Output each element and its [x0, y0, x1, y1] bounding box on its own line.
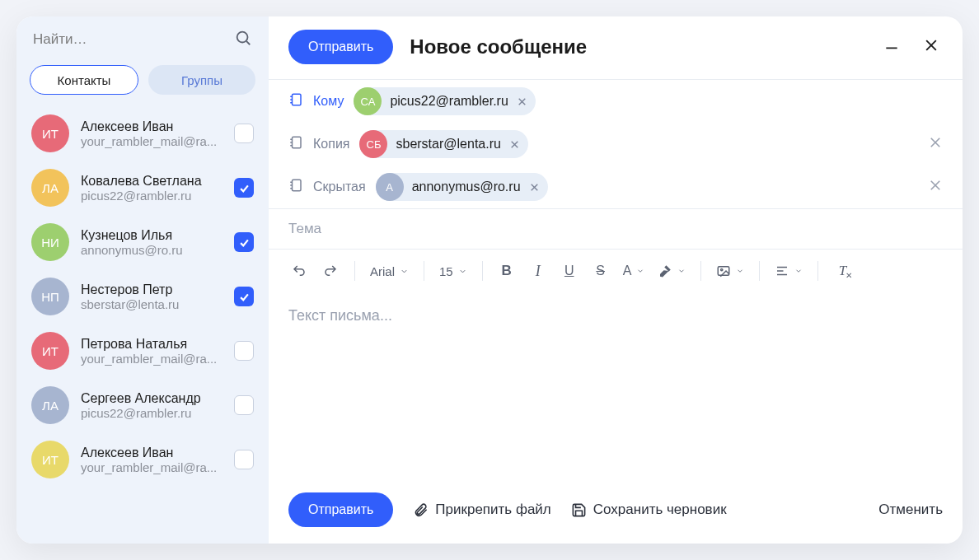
- subject-input[interactable]: [288, 221, 943, 237]
- bcc-chip[interactable]: A annonymus@ro.ru: [376, 173, 548, 201]
- contact-text: Алексеев Иванyour_rambler_mail@ra...: [81, 119, 222, 148]
- undo-button[interactable]: [285, 258, 313, 284]
- cc-chip[interactable]: СБ sberstar@lenta.ru: [359, 130, 527, 158]
- separator: [354, 261, 355, 281]
- chip-avatar: CA: [354, 87, 382, 115]
- align-button[interactable]: [770, 258, 808, 284]
- contact-row[interactable]: НПНестеров Петрsberstar@lenta.ru: [16, 269, 269, 324]
- highlight-button[interactable]: [653, 258, 691, 284]
- address-book-icon[interactable]: [288, 92, 303, 110]
- contact-list[interactable]: ИТАлексеев Иванyour_rambler_mail@ra...ЛА…: [16, 106, 269, 544]
- svg-point-28: [721, 268, 723, 270]
- chip-email: annonymus@ro.ru: [412, 180, 521, 194]
- remove-cc-icon[interactable]: [928, 135, 943, 153]
- contact-name: Петрова Наталья: [81, 337, 222, 352]
- address-book-icon[interactable]: [288, 178, 303, 196]
- chip-remove-icon[interactable]: [529, 182, 540, 193]
- search-icon[interactable]: [234, 29, 252, 50]
- search-input[interactable]: [33, 31, 226, 48]
- separator: [700, 261, 701, 281]
- send-button-bottom[interactable]: Отправить: [288, 492, 393, 527]
- contact-checkbox[interactable]: [234, 178, 254, 198]
- tab-groups[interactable]: Группы: [148, 65, 255, 95]
- bcc-label: Скрытая: [313, 180, 366, 194]
- body-input[interactable]: [288, 307, 943, 464]
- clear-format-button[interactable]: T✕: [828, 258, 856, 284]
- contact-email: annonymus@ro.ru: [81, 243, 222, 257]
- contact-text: Петрова Натальяyour_rambler_mail@ra...: [81, 337, 222, 366]
- avatar: ИТ: [31, 441, 69, 478]
- svg-rect-11: [293, 137, 302, 148]
- contact-name: Нестеров Петр: [81, 282, 222, 297]
- contact-checkbox[interactable]: [234, 450, 254, 469]
- svg-point-0: [237, 32, 248, 43]
- save-draft-label: Сохранить черновик: [593, 502, 727, 518]
- contact-row[interactable]: ЛАКовалева Светланаpicus22@rambler.ru: [16, 161, 269, 215]
- search-row: [16, 16, 269, 58]
- chip-avatar: СБ: [359, 130, 387, 158]
- to-chip[interactable]: CA picus22@rambler.ru: [354, 87, 535, 115]
- contact-checkbox[interactable]: [234, 395, 254, 415]
- close-icon[interactable]: [920, 34, 943, 60]
- chevron-down-icon: [458, 267, 467, 276]
- chevron-down-icon: [794, 267, 803, 275]
- chevron-down-icon: [636, 267, 644, 275]
- contact-row[interactable]: ИТПетрова Натальяyour_rambler_mail@ra...: [16, 324, 269, 378]
- sidebar-tabs: Контакты Группы: [16, 58, 269, 106]
- image-button[interactable]: [711, 258, 749, 284]
- contact-email: your_rambler_mail@ra...: [81, 460, 222, 474]
- compose-footer: Отправить Прикрепить файл Сохранить черн…: [269, 479, 963, 544]
- chevron-down-icon: [677, 267, 686, 275]
- contact-email: sberstar@lenta.ru: [81, 297, 222, 311]
- tab-contacts[interactable]: Контакты: [30, 65, 138, 95]
- chip-remove-icon[interactable]: [517, 96, 527, 107]
- strikethrough-button[interactable]: S: [587, 258, 615, 284]
- contact-checkbox[interactable]: [234, 287, 254, 306]
- avatar: НП: [31, 278, 69, 315]
- contact-row[interactable]: ИТАлексеев Иванyour_rambler_mail@ra...: [16, 106, 269, 161]
- subject-row: [269, 208, 963, 249]
- to-row[interactable]: Кому CA picus22@rambler.ru: [269, 80, 963, 123]
- chip-avatar: A: [376, 173, 404, 201]
- avatar: ЛА: [31, 169, 69, 207]
- bcc-row[interactable]: Скрытая A annonymus@ro.ru: [269, 166, 963, 208]
- address-book-icon[interactable]: [288, 135, 303, 153]
- attach-label: Прикрепить файл: [435, 502, 550, 518]
- attach-button[interactable]: Прикрепить файл: [413, 502, 550, 518]
- svg-line-1: [246, 41, 250, 44]
- underline-button[interactable]: U: [555, 258, 583, 284]
- avatar: НИ: [31, 223, 69, 261]
- cancel-button[interactable]: Отменить: [878, 502, 943, 518]
- redo-button[interactable]: [316, 258, 344, 284]
- avatar: ЛА: [31, 386, 69, 424]
- contact-email: your_rambler_mail@ra...: [81, 134, 222, 148]
- sidebar: Контакты Группы ИТАлексеев Иванyour_ramb…: [16, 16, 269, 544]
- font-family-select[interactable]: Arial: [365, 258, 414, 284]
- save-draft-button[interactable]: Сохранить черновик: [571, 502, 727, 518]
- font-size-select[interactable]: 15: [434, 258, 472, 284]
- avatar: ИТ: [31, 114, 69, 152]
- cc-row[interactable]: Копия СБ sberstar@lenta.ru: [269, 123, 963, 166]
- minimize-icon[interactable]: [880, 34, 903, 60]
- compose-header: Отправить Новое сообщение: [269, 16, 963, 79]
- remove-bcc-icon[interactable]: [928, 178, 943, 196]
- contact-checkbox[interactable]: [234, 232, 254, 252]
- contact-email: picus22@rambler.ru: [81, 189, 222, 203]
- chip-remove-icon[interactable]: [509, 139, 520, 150]
- avatar: ИТ: [31, 332, 69, 370]
- font-family-label: Arial: [370, 264, 395, 278]
- contact-text: Кузнецов Ильяannonymus@ro.ru: [81, 228, 222, 257]
- separator: [424, 261, 424, 281]
- contact-checkbox[interactable]: [234, 341, 254, 361]
- contact-row[interactable]: НИКузнецов Ильяannonymus@ro.ru: [16, 215, 269, 269]
- send-button-top[interactable]: Отправить: [288, 30, 393, 64]
- bold-button[interactable]: B: [493, 258, 521, 284]
- chevron-down-icon: [400, 267, 409, 276]
- italic-button[interactable]: I: [524, 258, 552, 284]
- font-color-button[interactable]: A: [618, 258, 650, 284]
- to-label: Кому: [313, 94, 344, 109]
- contact-row[interactable]: ИТАлексеев Иванyour_rambler_mail@ra...: [16, 432, 269, 487]
- editor-toolbar: Arial 15 B I U S A: [269, 249, 963, 292]
- contact-row[interactable]: ЛАСергеев Александрpicus22@rambler.ru: [16, 378, 269, 432]
- contact-checkbox[interactable]: [234, 124, 254, 143]
